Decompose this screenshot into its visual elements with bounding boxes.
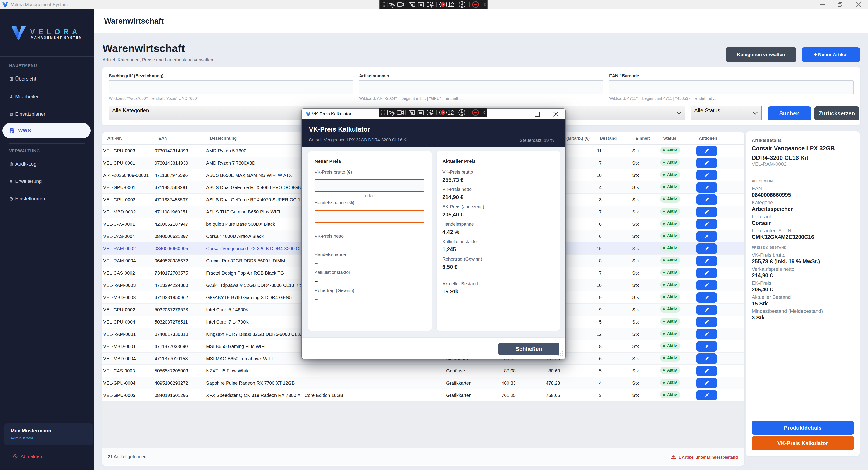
svg-text:12: 12 <box>447 1 454 8</box>
svg-text:12: 12 <box>447 109 454 116</box>
